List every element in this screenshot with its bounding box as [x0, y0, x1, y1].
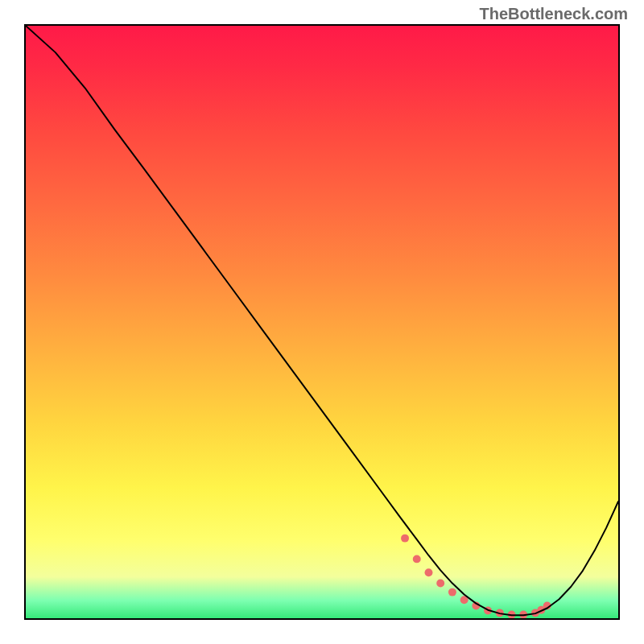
chart-marker [413, 555, 421, 563]
chart-curve [26, 26, 618, 615]
chart-marker [436, 580, 444, 588]
watermark-text: TheBottleneck.com [480, 5, 628, 23]
chart-svg-overlay [26, 26, 618, 618]
chart-marker [425, 568, 433, 576]
chart-markers [401, 535, 551, 618]
chart-marker [401, 535, 409, 543]
chart-plot-area [24, 24, 620, 620]
chart-marker [448, 588, 456, 597]
